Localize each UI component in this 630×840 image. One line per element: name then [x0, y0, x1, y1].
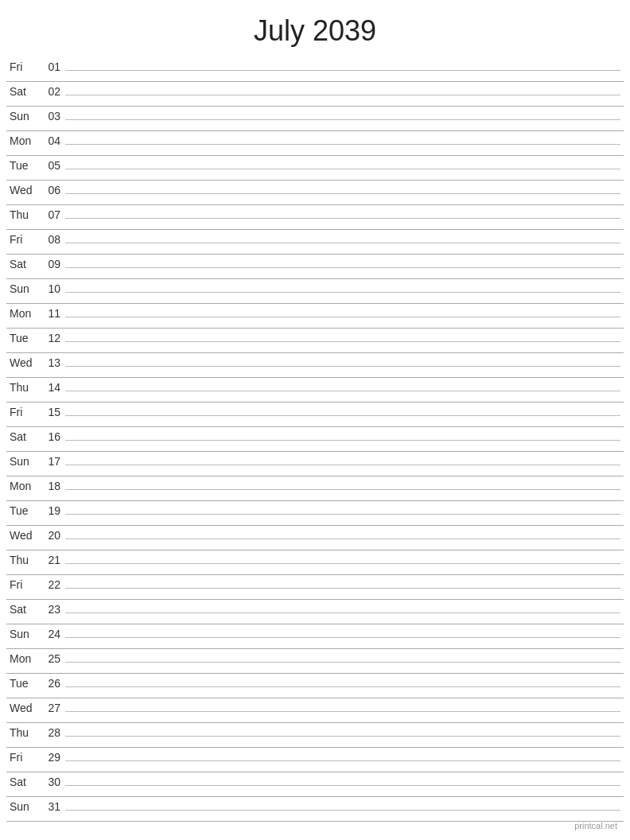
- day-line: [65, 440, 620, 441]
- day-number: 24: [40, 628, 65, 640]
- day-name: Sun: [6, 110, 40, 122]
- day-row: Fri29: [6, 748, 624, 772]
- day-line: [65, 415, 620, 416]
- day-line: [65, 341, 620, 342]
- day-number: 09: [40, 258, 65, 270]
- day-name: Wed: [6, 529, 40, 542]
- day-name: Wed: [6, 356, 40, 369]
- day-name: Sat: [6, 603, 40, 616]
- day-line: [65, 563, 620, 564]
- watermark: printcal.net: [574, 821, 617, 830]
- day-number: 30: [40, 776, 65, 788]
- day-name: Sun: [6, 800, 40, 813]
- day-name: Mon: [6, 480, 40, 492]
- day-row: Sat23: [6, 600, 624, 624]
- day-number: 13: [40, 356, 65, 369]
- day-row: Sun31: [6, 797, 624, 822]
- day-name: Wed: [6, 702, 40, 714]
- day-number: 26: [40, 677, 65, 690]
- day-number: 12: [40, 332, 65, 344]
- day-line: [65, 588, 620, 589]
- day-name: Mon: [6, 652, 40, 665]
- day-line: [65, 760, 620, 761]
- day-line: [65, 810, 620, 811]
- day-name: Sat: [6, 430, 40, 443]
- day-number: 02: [40, 85, 65, 98]
- day-line: [65, 686, 620, 687]
- day-row: Tue19: [6, 501, 624, 526]
- day-name: Sat: [6, 85, 40, 98]
- day-line: [65, 144, 620, 145]
- day-number: 19: [40, 504, 65, 517]
- day-row: Fri15: [6, 402, 624, 427]
- day-line: [65, 243, 620, 243]
- day-number: 03: [40, 110, 65, 122]
- day-row: Mon11: [6, 304, 624, 329]
- day-line: [65, 391, 620, 391]
- day-row: Thu07: [6, 205, 624, 230]
- day-number: 23: [40, 603, 65, 616]
- day-name: Mon: [6, 307, 40, 320]
- day-row: Tue05: [6, 156, 624, 181]
- day-number: 17: [40, 455, 65, 468]
- day-number: 22: [40, 578, 65, 591]
- day-line: [65, 95, 620, 95]
- day-row: Fri08: [6, 230, 624, 255]
- day-name: Fri: [6, 406, 40, 418]
- day-name: Wed: [6, 184, 40, 196]
- day-row: Sun10: [6, 279, 624, 304]
- day-row: Sat09: [6, 255, 624, 279]
- calendar-grid: Fri01Sat02Sun03Mon04Tue05Wed06Thu07Fri08…: [0, 57, 630, 822]
- day-name: Sun: [6, 628, 40, 640]
- day-name: Fri: [6, 578, 40, 591]
- day-row: Sun17: [6, 452, 624, 476]
- day-line: [65, 736, 620, 737]
- day-line: [65, 489, 620, 490]
- day-number: 28: [40, 726, 65, 739]
- day-name: Sat: [6, 776, 40, 788]
- day-number: 31: [40, 800, 65, 813]
- day-name: Mon: [6, 134, 40, 147]
- day-name: Fri: [6, 233, 40, 246]
- day-row: Sun24: [6, 624, 624, 649]
- day-number: 04: [40, 134, 65, 147]
- day-row: Mon25: [6, 649, 624, 674]
- day-row: Wed06: [6, 181, 624, 205]
- day-line: [65, 193, 620, 194]
- day-line: [65, 366, 620, 367]
- day-row: Fri01: [6, 57, 624, 82]
- day-number: 05: [40, 159, 65, 172]
- day-number: 01: [40, 60, 65, 73]
- day-name: Tue: [6, 677, 40, 690]
- day-number: 10: [40, 282, 65, 295]
- day-number: 18: [40, 480, 65, 492]
- day-row: Sun03: [6, 107, 624, 131]
- day-name: Thu: [6, 381, 40, 394]
- day-name: Thu: [6, 208, 40, 221]
- day-number: 29: [40, 751, 65, 764]
- day-number: 25: [40, 652, 65, 665]
- day-name: Thu: [6, 554, 40, 566]
- day-number: 27: [40, 702, 65, 714]
- day-row: Wed13: [6, 353, 624, 378]
- day-name: Tue: [6, 504, 40, 517]
- day-name: Fri: [6, 60, 40, 73]
- day-row: Wed27: [6, 698, 624, 723]
- day-row: Thu21: [6, 550, 624, 575]
- day-line: [65, 514, 620, 515]
- day-number: 21: [40, 554, 65, 566]
- day-number: 15: [40, 406, 65, 418]
- day-name: Fri: [6, 751, 40, 764]
- day-number: 07: [40, 208, 65, 221]
- day-line: [65, 119, 620, 120]
- day-name: Sun: [6, 455, 40, 468]
- day-number: 16: [40, 430, 65, 443]
- day-row: Tue12: [6, 329, 624, 353]
- day-name: Sat: [6, 258, 40, 270]
- day-line: [65, 267, 620, 268]
- day-row: Tue26: [6, 674, 624, 698]
- day-name: Tue: [6, 332, 40, 344]
- day-row: Sat30: [6, 772, 624, 797]
- day-line: [65, 785, 620, 786]
- day-line: [65, 539, 620, 539]
